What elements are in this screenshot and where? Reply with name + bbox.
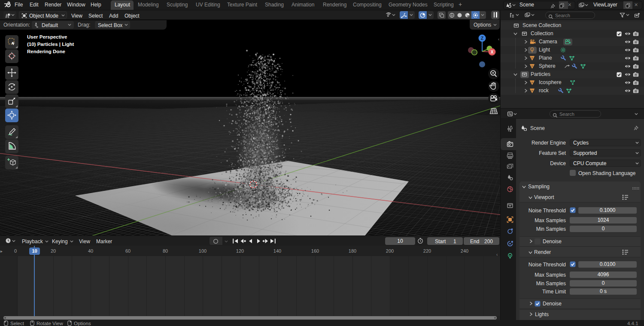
svg-text:X: X xyxy=(491,50,494,54)
svg-text:Z: Z xyxy=(481,36,483,41)
